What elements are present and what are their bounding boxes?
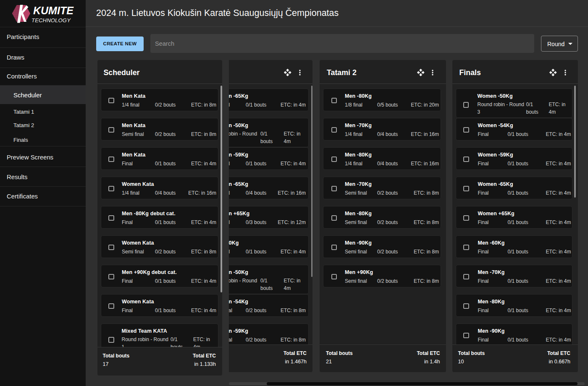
svg-text:TECHNOLOGY: TECHNOLOGY — [32, 17, 71, 23]
svg-text:KUMITE: KUMITE — [33, 5, 74, 16]
